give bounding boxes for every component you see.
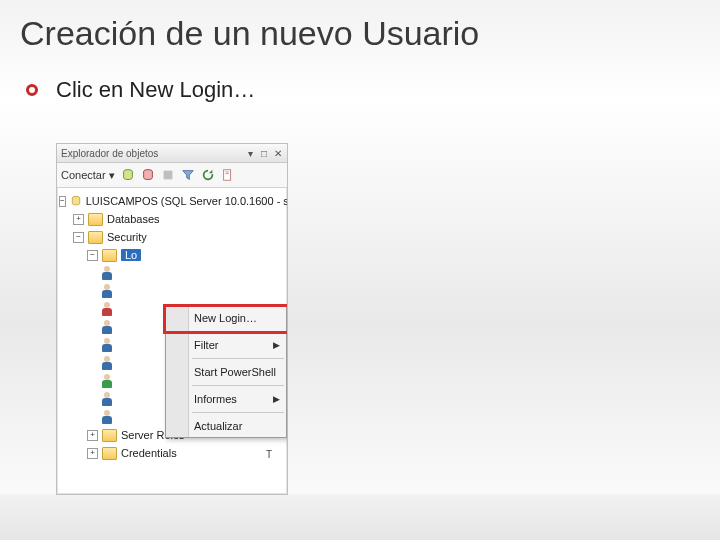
folder-icon [102,447,117,460]
tree-login-item[interactable] [59,282,285,300]
tree-databases-node[interactable]: + Databases [59,210,285,228]
filter-icon[interactable] [181,168,195,182]
menu-reports[interactable]: Informes▶ [166,388,286,410]
person-icon [101,320,113,334]
tree-logins-node[interactable]: − Lo [59,246,285,264]
object-tree: − LUISCAMPOS (SQL Server 10.0.1600 - sa)… [57,188,287,464]
tree-label: Security [107,231,147,243]
stop-icon[interactable] [161,168,175,182]
submenu-arrow-icon: ▶ [273,394,280,404]
tree-label: Credentials [121,447,177,459]
person-icon [101,374,113,388]
person-icon [101,284,113,298]
menu-separator [192,385,284,386]
slide-title: Creación de un nuevo Usuario [0,0,720,59]
tree-security-node[interactable]: − Security [59,228,285,246]
connect-db-icon[interactable] [121,168,135,182]
dock-icon[interactable]: □ [259,148,269,158]
tree-login-item[interactable] [59,264,285,282]
person-icon [101,392,113,406]
menu-separator [192,358,284,359]
svg-rect-3 [223,170,230,181]
menu-separator [192,412,284,413]
tree-label-selected: Lo [121,249,141,261]
context-menu: New Login… Filter▶ Start PowerShell Info… [165,306,287,438]
tree-server-node[interactable]: − LUISCAMPOS (SQL Server 10.0.1600 - sa) [59,192,285,210]
collapse-icon[interactable]: − [73,232,84,243]
svg-rect-4 [225,172,229,173]
person-icon [101,356,113,370]
truncated-text: T [266,446,285,464]
bullet-marker-icon [26,84,38,96]
tree-label: LUISCAMPOS (SQL Server 10.0.1600 - sa) [86,195,288,207]
folder-icon [102,429,117,442]
menu-refresh[interactable]: Actualizar [166,415,286,437]
object-explorer-panel: Explorador de objetos ▾ □ ✕ Conectar ▾ − [56,143,288,495]
menu-separator [192,331,284,332]
collapse-icon[interactable]: − [59,196,66,207]
dropdown-icon[interactable]: ▾ [245,148,255,158]
person-icon [101,338,113,352]
panel-title: Explorador de objetos [61,148,158,159]
server-icon [70,195,82,207]
panel-titlebar: Explorador de objetos ▾ □ ✕ [57,144,287,163]
menu-start-powershell[interactable]: Start PowerShell [166,361,286,383]
menu-filter[interactable]: Filter▶ [166,334,286,356]
person-icon [101,266,113,280]
folder-icon [88,213,103,226]
connect-button[interactable]: Conectar ▾ [61,169,115,182]
disconnect-db-icon[interactable] [141,168,155,182]
slide-bottom-bar [0,494,720,540]
svg-rect-5 [225,173,229,174]
collapse-icon[interactable]: − [87,250,98,261]
tree-credentials-node[interactable]: + Credentials [59,444,285,462]
svg-rect-2 [163,171,172,180]
tree-label: Databases [107,213,160,225]
person-icon [101,410,113,424]
properties-icon[interactable] [221,168,235,182]
close-icon[interactable]: ✕ [273,148,283,158]
panel-toolbar: Conectar ▾ [57,163,287,188]
expand-icon[interactable]: + [87,430,98,441]
expand-icon[interactable]: + [87,448,98,459]
refresh-icon[interactable] [201,168,215,182]
folder-icon [88,231,103,244]
bullet-text: Clic en New Login… [56,77,255,103]
submenu-arrow-icon: ▶ [273,340,280,350]
person-icon [101,302,113,316]
bullet-row: Clic en New Login… [0,59,720,103]
expand-icon[interactable]: + [73,214,84,225]
menu-new-login[interactable]: New Login… [166,307,286,329]
folder-icon [102,249,117,262]
